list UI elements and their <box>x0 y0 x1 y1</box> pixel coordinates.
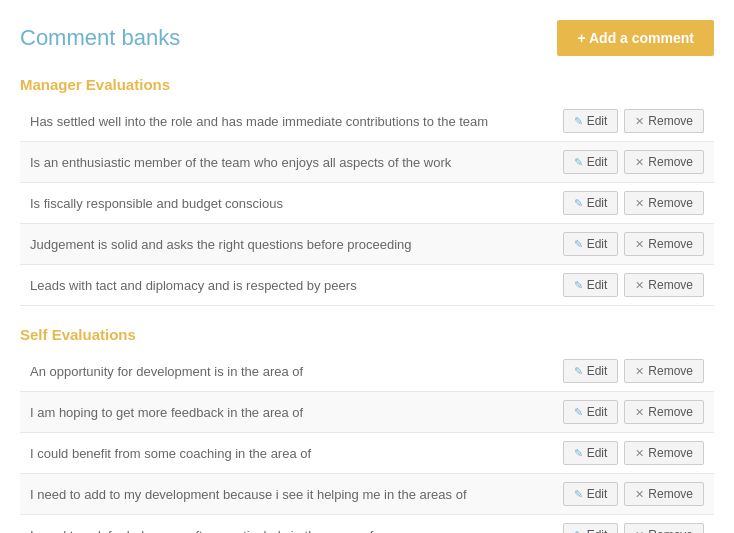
table-row: I need to ask for help more often, parti… <box>20 515 714 533</box>
remove-button[interactable]: ✕Remove <box>624 150 704 174</box>
edit-icon: ✎ <box>574 115 583 128</box>
edit-icon: ✎ <box>574 447 583 460</box>
edit-icon: ✎ <box>574 197 583 210</box>
comment-actions: ✎Edit✕Remove <box>563 482 704 506</box>
edit-label: Edit <box>587 114 608 128</box>
edit-label: Edit <box>587 278 608 292</box>
remove-icon: ✕ <box>635 365 644 378</box>
comment-text: An opportunity for development is in the… <box>30 364 563 379</box>
comment-actions: ✎Edit✕Remove <box>563 400 704 424</box>
comment-text: I need to add to my development because … <box>30 487 563 502</box>
edit-button[interactable]: ✎Edit <box>563 150 619 174</box>
remove-label: Remove <box>648 364 693 378</box>
comment-actions: ✎Edit✕Remove <box>563 191 704 215</box>
edit-icon: ✎ <box>574 488 583 501</box>
remove-button[interactable]: ✕Remove <box>624 232 704 256</box>
table-row: Judgement is solid and asks the right qu… <box>20 224 714 265</box>
comment-actions: ✎Edit✕Remove <box>563 523 704 533</box>
remove-button[interactable]: ✕Remove <box>624 191 704 215</box>
edit-button[interactable]: ✎Edit <box>563 273 619 297</box>
table-row: I am hoping to get more feedback in the … <box>20 392 714 433</box>
table-row: I could benefit from some coaching in th… <box>20 433 714 474</box>
edit-label: Edit <box>587 237 608 251</box>
edit-label: Edit <box>587 487 608 501</box>
comment-text: Is an enthusiastic member of the team wh… <box>30 155 563 170</box>
table-row: Is fiscally responsible and budget consc… <box>20 183 714 224</box>
remove-label: Remove <box>648 528 693 533</box>
edit-label: Edit <box>587 528 608 533</box>
edit-icon: ✎ <box>574 529 583 534</box>
remove-icon: ✕ <box>635 279 644 292</box>
remove-label: Remove <box>648 487 693 501</box>
remove-label: Remove <box>648 155 693 169</box>
page-title: Comment banks <box>20 25 180 51</box>
edit-label: Edit <box>587 155 608 169</box>
remove-label: Remove <box>648 196 693 210</box>
remove-button[interactable]: ✕Remove <box>624 523 704 533</box>
remove-icon: ✕ <box>635 406 644 419</box>
section-title-self-evaluations: Self Evaluations <box>20 326 714 343</box>
comment-actions: ✎Edit✕Remove <box>563 232 704 256</box>
comment-actions: ✎Edit✕Remove <box>563 109 704 133</box>
remove-label: Remove <box>648 114 693 128</box>
remove-icon: ✕ <box>635 529 644 534</box>
remove-button[interactable]: ✕Remove <box>624 109 704 133</box>
remove-button[interactable]: ✕Remove <box>624 482 704 506</box>
edit-button[interactable]: ✎Edit <box>563 441 619 465</box>
edit-label: Edit <box>587 446 608 460</box>
remove-icon: ✕ <box>635 238 644 251</box>
table-row: Has settled well into the role and has m… <box>20 101 714 142</box>
table-row: Leads with tact and diplomacy and is res… <box>20 265 714 306</box>
edit-icon: ✎ <box>574 279 583 292</box>
comment-text: Judgement is solid and asks the right qu… <box>30 237 563 252</box>
remove-label: Remove <box>648 446 693 460</box>
remove-label: Remove <box>648 278 693 292</box>
comment-actions: ✎Edit✕Remove <box>563 441 704 465</box>
remove-label: Remove <box>648 237 693 251</box>
page-header: Comment banks + Add a comment <box>20 20 714 56</box>
edit-button[interactable]: ✎Edit <box>563 109 619 133</box>
edit-label: Edit <box>587 364 608 378</box>
comment-text: Is fiscally responsible and budget consc… <box>30 196 563 211</box>
edit-button[interactable]: ✎Edit <box>563 400 619 424</box>
edit-button[interactable]: ✎Edit <box>563 482 619 506</box>
table-row: An opportunity for development is in the… <box>20 351 714 392</box>
edit-button[interactable]: ✎Edit <box>563 232 619 256</box>
remove-button[interactable]: ✕Remove <box>624 441 704 465</box>
comment-actions: ✎Edit✕Remove <box>563 273 704 297</box>
comment-text: Leads with tact and diplomacy and is res… <box>30 278 563 293</box>
remove-button[interactable]: ✕Remove <box>624 400 704 424</box>
comment-actions: ✎Edit✕Remove <box>563 359 704 383</box>
comment-text: I need to ask for help more often, parti… <box>30 528 563 534</box>
remove-icon: ✕ <box>635 488 644 501</box>
edit-button[interactable]: ✎Edit <box>563 359 619 383</box>
sections-container: Manager EvaluationsHas settled well into… <box>20 76 714 533</box>
comment-actions: ✎Edit✕Remove <box>563 150 704 174</box>
remove-icon: ✕ <box>635 115 644 128</box>
remove-button[interactable]: ✕Remove <box>624 359 704 383</box>
add-comment-button[interactable]: + Add a comment <box>557 20 714 56</box>
edit-icon: ✎ <box>574 238 583 251</box>
comment-text: Has settled well into the role and has m… <box>30 114 563 129</box>
table-row: I need to add to my development because … <box>20 474 714 515</box>
edit-button[interactable]: ✎Edit <box>563 523 619 533</box>
comment-text: I could benefit from some coaching in th… <box>30 446 563 461</box>
remove-icon: ✕ <box>635 156 644 169</box>
edit-icon: ✎ <box>574 365 583 378</box>
remove-button[interactable]: ✕Remove <box>624 273 704 297</box>
edit-icon: ✎ <box>574 406 583 419</box>
remove-icon: ✕ <box>635 197 644 210</box>
section-title-manager-evaluations: Manager Evaluations <box>20 76 714 93</box>
remove-label: Remove <box>648 405 693 419</box>
section-manager-evaluations: Manager EvaluationsHas settled well into… <box>20 76 714 306</box>
section-self-evaluations: Self EvaluationsAn opportunity for devel… <box>20 326 714 533</box>
edit-button[interactable]: ✎Edit <box>563 191 619 215</box>
remove-icon: ✕ <box>635 447 644 460</box>
edit-label: Edit <box>587 405 608 419</box>
comment-text: I am hoping to get more feedback in the … <box>30 405 563 420</box>
table-row: Is an enthusiastic member of the team wh… <box>20 142 714 183</box>
edit-label: Edit <box>587 196 608 210</box>
edit-icon: ✎ <box>574 156 583 169</box>
